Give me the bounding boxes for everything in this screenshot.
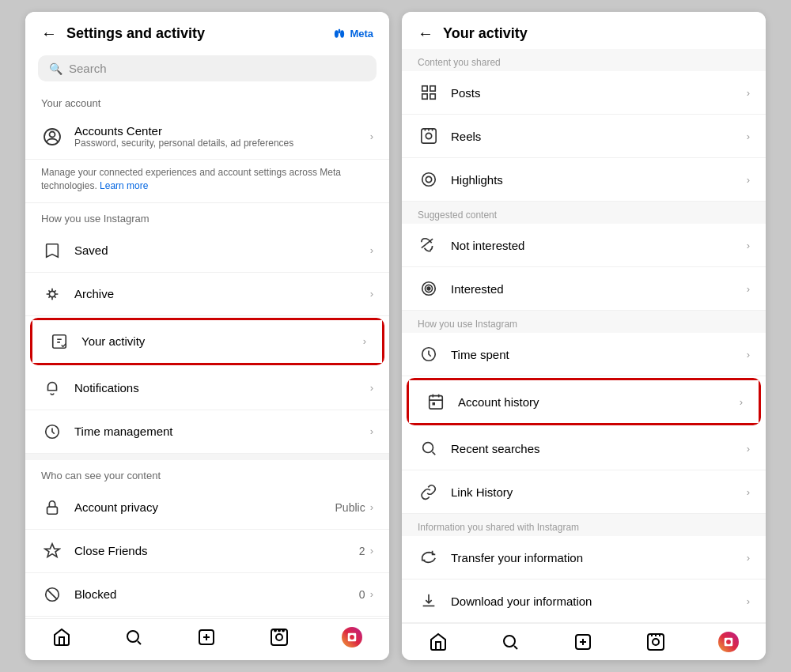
time-spent-item[interactable]: Time spent › <box>402 333 766 376</box>
interested-item[interactable]: Interested › <box>402 267 766 311</box>
person-circle-icon <box>41 126 63 148</box>
left-header: ← Settings and activity Meta <box>25 12 389 49</box>
transfer-info-item[interactable]: Transfer your information › <box>402 536 766 580</box>
saved-item[interactable]: Saved › <box>25 229 389 273</box>
not-interested-icon <box>418 234 440 256</box>
svg-point-26 <box>422 173 436 187</box>
meta-logo: Meta <box>332 27 373 41</box>
svg-point-5 <box>49 291 55 296</box>
link-history-content: Link History <box>451 485 747 499</box>
chevron-not-interested-icon: › <box>747 240 750 251</box>
bookmark-icon <box>41 240 63 262</box>
clock-icon <box>41 421 63 443</box>
chevron-posts-icon: › <box>747 87 750 99</box>
svg-rect-20 <box>430 94 435 99</box>
nav-home[interactable] <box>52 628 71 647</box>
chevron-recent-icon: › <box>747 443 750 455</box>
svg-point-4 <box>50 131 55 137</box>
svg-point-37 <box>653 639 659 645</box>
accounts-center-item[interactable]: Accounts Center Password, security, pers… <box>25 114 389 160</box>
star-icon <box>41 540 63 562</box>
bottom-nav-right <box>402 623 766 660</box>
blocked-item[interactable]: Blocked 0 › <box>25 573 389 617</box>
blocked-badge: 0 <box>359 588 365 601</box>
recent-searches-item[interactable]: Recent searches › <box>402 427 766 470</box>
archive-item[interactable]: Archive › <box>25 273 389 316</box>
svg-point-16 <box>282 630 284 632</box>
not-interested-item[interactable]: Not interested › <box>402 224 766 267</box>
nav-add[interactable] <box>197 628 216 647</box>
notifications-item[interactable]: Notifications › <box>25 367 389 410</box>
svg-point-14 <box>274 630 276 632</box>
time-spent-icon <box>418 343 440 365</box>
search-icon: 🔍 <box>49 62 62 75</box>
reels-item[interactable]: Reels › <box>402 115 766 158</box>
chevron-right-icon: › <box>370 130 373 142</box>
svg-rect-32 <box>430 396 443 410</box>
right-nav-home[interactable] <box>429 632 448 651</box>
how-you-use-label: How you use Instagram <box>25 203 389 229</box>
chevron-time-spent-icon: › <box>747 349 750 361</box>
bottom-nav-left <box>25 618 389 660</box>
right-nav-search[interactable] <box>501 632 520 651</box>
suggested-content-label: Suggested content <box>402 202 766 224</box>
chevron-download-icon: › <box>747 595 750 607</box>
back-button-right[interactable]: ← <box>418 25 433 43</box>
link-history-item[interactable]: Link History › <box>402 470 766 514</box>
download-icon <box>418 590 440 612</box>
account-history-item[interactable]: Account history › <box>409 380 759 423</box>
nav-profile[interactable] <box>342 627 362 647</box>
chevron-notifications-icon: › <box>370 382 373 394</box>
chevron-saved-icon: › <box>370 244 373 256</box>
link-icon <box>418 481 440 503</box>
bell-icon <box>41 377 63 399</box>
nav-search[interactable] <box>124 628 143 647</box>
svg-point-34 <box>504 636 515 647</box>
svg-point-13 <box>276 634 282 640</box>
chevron-link-icon: › <box>747 486 750 498</box>
search-bar[interactable]: 🔍 Search <box>38 55 377 81</box>
chevron-interested-icon: › <box>747 283 750 295</box>
transfer-icon <box>418 546 440 568</box>
reels-content: Reels <box>451 130 747 143</box>
accounts-center-content: Accounts Center Password, security, pers… <box>74 124 370 149</box>
recent-search-icon <box>418 437 440 459</box>
highlights-content: Highlights <box>451 173 747 187</box>
right-header: ← Your activity <box>402 12 766 49</box>
your-activity-item[interactable]: Your activity › <box>32 320 382 363</box>
your-account-label: Your account <box>25 88 389 114</box>
posts-item[interactable]: Posts › <box>402 71 766 115</box>
right-nav-profile[interactable] <box>718 632 739 652</box>
interested-content: Interested <box>451 282 747 296</box>
svg-point-1 <box>340 30 344 37</box>
right-nav-add[interactable] <box>573 632 592 651</box>
close-friends-item[interactable]: Close Friends 2 › <box>25 530 389 573</box>
chevron-archive-icon: › <box>370 288 373 300</box>
chevron-time-icon: › <box>370 425 373 437</box>
back-button-left[interactable]: ← <box>41 25 57 43</box>
content-shared-label: Content you shared <box>402 49 766 71</box>
svg-point-15 <box>278 630 280 632</box>
nav-reels[interactable] <box>270 628 289 647</box>
activity-icon <box>48 330 70 353</box>
chevron-reels-icon: › <box>747 130 750 142</box>
grid-icon <box>418 81 440 104</box>
account-history-content: Account history <box>458 395 740 409</box>
svg-point-30 <box>427 287 430 290</box>
search-placeholder: Search <box>69 62 107 75</box>
account-privacy-item[interactable]: Account privacy Public › <box>25 486 389 530</box>
right-nav-reels[interactable] <box>646 632 665 651</box>
blocked-content: Blocked <box>74 587 359 601</box>
highlights-item[interactable]: Highlights › <box>402 158 766 202</box>
download-info-item[interactable]: Download your information › <box>402 580 766 623</box>
time-spent-content: Time spent <box>451 348 747 361</box>
svg-point-0 <box>335 30 339 37</box>
left-phone: ← Settings and activity Meta 🔍 Search Yo… <box>25 12 389 660</box>
learn-more-link[interactable]: Learn more <box>100 180 148 191</box>
chevron-highlights-icon: › <box>747 174 750 186</box>
svg-point-27 <box>426 176 431 182</box>
chevron-activity-icon: › <box>363 335 366 347</box>
svg-point-22 <box>426 133 431 138</box>
svg-point-10 <box>127 631 138 642</box>
time-management-item[interactable]: Time management › <box>25 410 389 454</box>
